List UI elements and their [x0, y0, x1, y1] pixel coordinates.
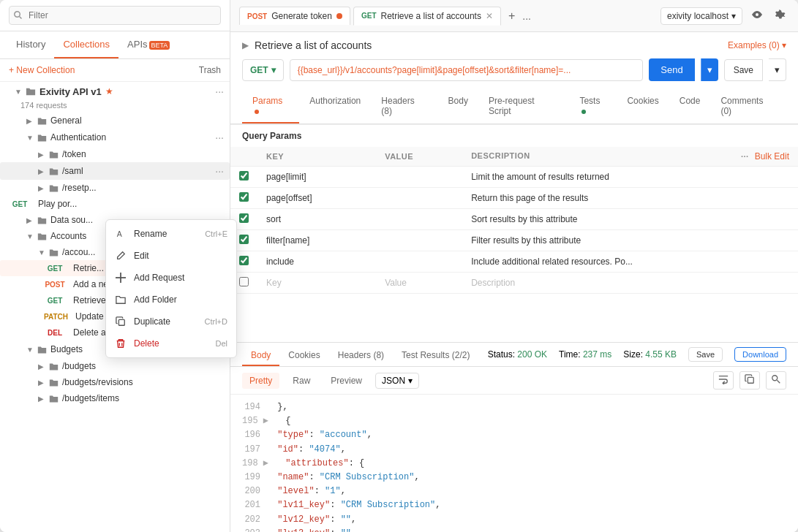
- expand-arrow-auth: ▼: [26, 134, 34, 142]
- examples-button[interactable]: Examples (0) ▾: [728, 40, 786, 50]
- tab-params[interactable]: Params: [242, 90, 299, 123]
- folder-general[interactable]: ▶ General: [0, 113, 230, 129]
- folder-budgets-rev[interactable]: ▶ /budgets/revisions: [0, 374, 230, 390]
- folder-resetp[interactable]: ▶ /resetp...: [0, 180, 230, 196]
- tab-comments[interactable]: Comments (0): [710, 90, 786, 123]
- code-line-196: 196 "type": "account",: [242, 428, 786, 442]
- settings-button[interactable]: [772, 6, 789, 26]
- save-dropdown-button[interactable]: ▾: [769, 58, 786, 81]
- trash-button[interactable]: Trash: [199, 65, 221, 75]
- row-checkbox-5[interactable]: [239, 256, 249, 265]
- row-dots[interactable]: ···: [741, 152, 749, 161]
- status-badge: Status: 200 OK: [488, 349, 547, 360]
- url-input[interactable]: [290, 59, 644, 81]
- response-status-bar: Status: 200 OK Time: 237 ms Size: 4.55 K…: [488, 347, 786, 365]
- filter-input[interactable]: [9, 6, 221, 25]
- context-edit[interactable]: Edit: [106, 245, 236, 267]
- format-raw[interactable]: Raw: [285, 373, 317, 389]
- send-button[interactable]: Send: [649, 58, 694, 81]
- key-cell: sort: [257, 209, 376, 230]
- context-rename[interactable]: A Rename Ctrl+E: [106, 223, 236, 245]
- folder-budgets-items[interactable]: ▶ /budgets/items: [0, 390, 230, 406]
- svg-point-0: [15, 12, 20, 18]
- desc-cell: Return this page of the results: [462, 188, 798, 209]
- row-checkbox-1[interactable]: [239, 171, 249, 180]
- method-badge-post: POST: [41, 280, 69, 289]
- tab-code[interactable]: Code: [669, 90, 711, 123]
- response-tab-body[interactable]: Body: [242, 346, 279, 366]
- tab-history[interactable]: History: [7, 31, 54, 58]
- tab-cookies[interactable]: Cookies: [617, 90, 669, 123]
- collection-header[interactable]: ▼ Exivity API v1 ★ ···: [0, 82, 230, 101]
- save-button[interactable]: Save: [724, 59, 763, 81]
- new-collection-button[interactable]: + New Collection: [9, 65, 75, 75]
- folder-token[interactable]: ▶ /token: [0, 146, 230, 162]
- row-checkbox-2[interactable]: [239, 192, 249, 202]
- folder-saml[interactable]: ▶ /saml ···: [0, 162, 230, 180]
- method-select[interactable]: GET ▾: [242, 59, 284, 81]
- desc-cell: Sort results by this attribute: [462, 209, 798, 230]
- folder-icon-auth: [37, 133, 47, 142]
- params-table: KEY VALUE DESCRIPTION ··· Bulk Edit: [230, 147, 798, 294]
- download-button[interactable]: Download: [734, 347, 786, 362]
- tab-close-button[interactable]: ✕: [486, 11, 493, 21]
- duplicate-label: Duplicate: [134, 316, 170, 327]
- json-format-select[interactable]: JSON ▾: [375, 373, 419, 389]
- svg-text:A: A: [117, 229, 122, 238]
- context-add-request[interactable]: Add Request: [106, 267, 236, 289]
- params-area: Query Params KEY VALUE DESCRIPTION ···: [230, 125, 798, 342]
- folder-budgets-sub[interactable]: ▶ /budgets: [0, 358, 230, 374]
- more-tabs-button[interactable]: ...: [522, 10, 531, 22]
- format-pretty[interactable]: Pretty: [242, 373, 279, 389]
- folder-icon-accou: [49, 248, 59, 257]
- tab-pre-request[interactable]: Pre-request Script: [478, 90, 570, 123]
- code-line-203: 203 "lv13_key": "",: [242, 527, 786, 532]
- auth-more-button[interactable]: ···: [215, 132, 224, 143]
- tab-tests[interactable]: Tests: [569, 90, 617, 123]
- row-checkbox-4[interactable]: [239, 235, 249, 244]
- search-response-button[interactable]: [766, 371, 786, 390]
- svg-point-4: [772, 376, 778, 381]
- code-block: 194 }, 195 ▶ { 196 "type": "account", 19…: [230, 395, 798, 532]
- context-add-folder[interactable]: Add Folder: [106, 289, 236, 311]
- format-preview[interactable]: Preview: [323, 373, 369, 389]
- response-tab-headers[interactable]: Headers (8): [329, 346, 393, 366]
- add-folder-icon: [115, 294, 127, 305]
- folder-icon-accounts: [37, 232, 47, 241]
- collection-more-button[interactable]: ···: [215, 86, 224, 97]
- env-selector[interactable]: exivity localhost ▾: [660, 7, 742, 25]
- send-dropdown-button[interactable]: ▾: [701, 58, 718, 81]
- tab-authorization[interactable]: Authorization: [299, 90, 371, 123]
- tab-post-label: Generate token: [271, 11, 332, 21]
- save-response-button[interactable]: Save: [688, 347, 723, 362]
- response-tab-cookies[interactable]: Cookies: [279, 346, 328, 366]
- tab-post-generate-token[interactable]: POST Generate token: [239, 7, 350, 25]
- tab-get-retrieve-accounts[interactable]: GET Retrieve a list of accounts ✕: [353, 7, 501, 26]
- add-request-icon: [115, 272, 127, 284]
- response-tab-tests[interactable]: Test Results (2/2): [393, 346, 478, 366]
- saml-more-button[interactable]: ···: [215, 165, 224, 177]
- wrap-text-button[interactable]: [713, 371, 734, 390]
- row-checkbox-empty[interactable]: [239, 277, 249, 286]
- add-request-label: Add Request: [134, 273, 184, 283]
- code-line-197: 197 "id": "4074",: [242, 443, 786, 457]
- tab-body[interactable]: Body: [438, 90, 478, 123]
- request-play[interactable]: GET Play por...: [0, 196, 230, 212]
- eye-button[interactable]: [748, 6, 766, 26]
- copy-button[interactable]: [739, 371, 760, 390]
- context-duplicate[interactable]: Duplicate Ctrl+D: [106, 311, 236, 332]
- tab-apis[interactable]: APIsBETA: [118, 31, 178, 58]
- bulk-edit-button[interactable]: Bulk Edit: [755, 151, 789, 162]
- desc-cell: Filter results by this attribute: [462, 230, 798, 251]
- tab-headers[interactable]: Headers (8): [371, 90, 437, 123]
- sidebar-search-area: [0, 0, 230, 31]
- tab-collections[interactable]: Collections: [54, 31, 118, 58]
- context-delete[interactable]: Delete Del: [106, 332, 236, 354]
- request-title: Retrieve a list of accounts: [255, 39, 372, 51]
- key-cell: filter[name]: [257, 230, 376, 251]
- row-checkbox-3[interactable]: [239, 213, 249, 223]
- add-tab-button[interactable]: +: [504, 8, 519, 24]
- collapse-arrow[interactable]: ▶: [242, 40, 249, 50]
- top-icons: [748, 6, 789, 26]
- folder-authentication[interactable]: ▼ Authentication ···: [0, 129, 230, 146]
